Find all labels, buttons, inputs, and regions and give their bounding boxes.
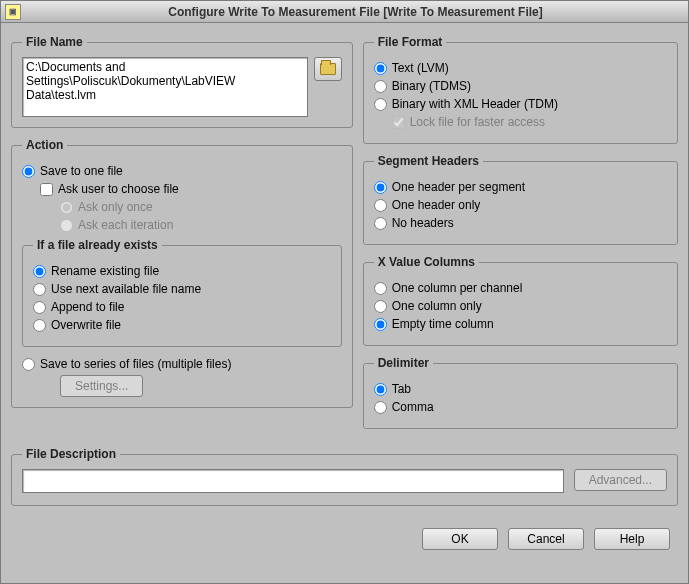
lock-file-checkbox [392,116,405,129]
file-path-input[interactable] [22,57,308,117]
if-exists-legend: If a file already exists [33,238,162,252]
binary-xml-tdm-radio[interactable] [374,98,387,111]
action-legend: Action [22,138,67,152]
file-name-legend: File Name [22,35,87,49]
binary-tdms-radio[interactable] [374,80,387,93]
comma-radio[interactable] [374,401,387,414]
left-column: File Name Action Save to one file Ask us… [11,31,353,439]
append-to-file-radio[interactable] [33,301,46,314]
delimiter-group: Delimiter Tab Comma [363,356,678,429]
ask-user-checkbox[interactable] [40,183,53,196]
action-group: Action Save to one file Ask user to choo… [11,138,353,408]
titlebar: ▣ Configure Write To Measurement File [W… [1,1,688,23]
binary-tdms-label: Binary (TDMS) [392,79,471,93]
x-value-columns-legend: X Value Columns [374,255,479,269]
ask-each-iter-label: Ask each iteration [78,218,173,232]
one-header-only-radio[interactable] [374,199,387,212]
binary-xml-tdm-label: Binary with XML Header (TDM) [392,97,558,111]
one-header-only-label: One header only [392,198,481,212]
tab-label: Tab [392,382,411,396]
append-to-file-label: Append to file [51,300,124,314]
content-area: File Name Action Save to one file Ask us… [1,23,688,439]
one-col-per-channel-radio[interactable] [374,282,387,295]
ok-button[interactable]: OK [422,528,498,550]
right-column: File Format Text (LVM) Binary (TDMS) Bin… [363,31,678,439]
one-header-per-segment-label: One header per segment [392,180,525,194]
one-col-per-channel-label: One column per channel [392,281,523,295]
text-lvm-radio[interactable] [374,62,387,75]
segment-headers-legend: Segment Headers [374,154,483,168]
x-value-columns-group: X Value Columns One column per channel O… [363,255,678,346]
save-to-series-label: Save to series of files (multiple files) [40,357,231,371]
ask-only-once-label: Ask only once [78,200,153,214]
file-format-group: File Format Text (LVM) Binary (TDMS) Bin… [363,35,678,144]
folder-icon [320,63,336,75]
dialog-window: ▣ Configure Write To Measurement File [W… [0,0,689,584]
file-description-legend: File Description [22,447,120,461]
rename-existing-radio[interactable] [33,265,46,278]
delimiter-legend: Delimiter [374,356,433,370]
rename-existing-label: Rename existing file [51,264,159,278]
one-col-only-label: One column only [392,299,482,313]
if-exists-group: If a file already exists Rename existing… [22,238,342,347]
one-col-only-radio[interactable] [374,300,387,313]
text-lvm-label: Text (LVM) [392,61,449,75]
file-name-group: File Name [11,35,353,128]
file-description-input[interactable] [22,469,564,493]
one-header-per-segment-radio[interactable] [374,181,387,194]
help-button[interactable]: Help [594,528,670,550]
cancel-button[interactable]: Cancel [508,528,584,550]
lock-file-label: Lock file for faster access [410,115,545,129]
use-next-avail-radio[interactable] [33,283,46,296]
segment-headers-group: Segment Headers One header per segment O… [363,154,678,245]
use-next-avail-label: Use next available file name [51,282,201,296]
file-format-legend: File Format [374,35,447,49]
advanced-button: Advanced... [574,469,667,491]
save-to-series-radio[interactable] [22,358,35,371]
overwrite-file-label: Overwrite file [51,318,121,332]
empty-time-col-label: Empty time column [392,317,494,331]
save-to-one-label: Save to one file [40,164,123,178]
file-description-group: File Description Advanced... [11,447,678,506]
save-to-one-radio[interactable] [22,165,35,178]
tab-radio[interactable] [374,383,387,396]
settings-button: Settings... [60,375,143,397]
dialog-footer: OK Cancel Help [1,516,688,564]
window-title: Configure Write To Measurement File [Wri… [27,5,684,19]
empty-time-col-radio[interactable] [374,318,387,331]
app-icon: ▣ [5,4,21,20]
no-headers-radio[interactable] [374,217,387,230]
overwrite-file-radio[interactable] [33,319,46,332]
browse-button[interactable] [314,57,342,81]
ask-each-iter-radio [60,219,73,232]
ask-user-label: Ask user to choose file [58,182,179,196]
no-headers-label: No headers [392,216,454,230]
comma-label: Comma [392,400,434,414]
ask-only-once-radio [60,201,73,214]
